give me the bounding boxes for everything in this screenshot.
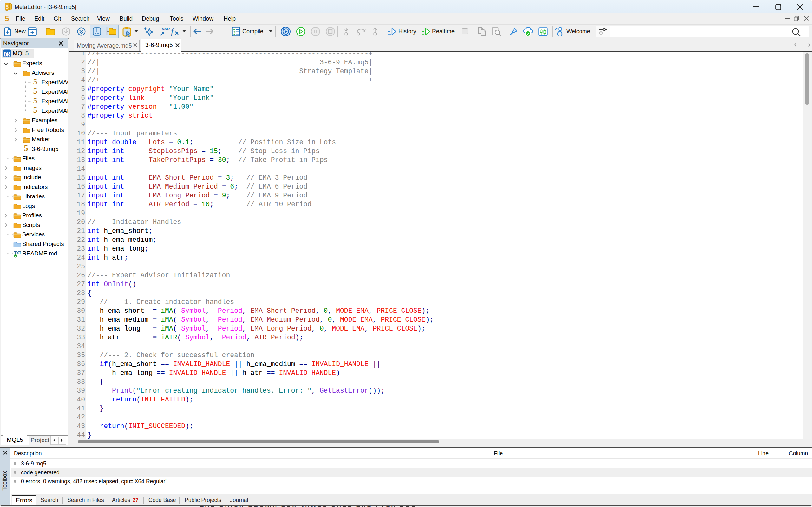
svg-text:f: f xyxy=(171,26,174,36)
svg-text:5: 5 xyxy=(6,4,9,10)
svg-text:VAR: VAR xyxy=(162,26,170,32)
svg-text:{ }: { } xyxy=(5,51,9,57)
